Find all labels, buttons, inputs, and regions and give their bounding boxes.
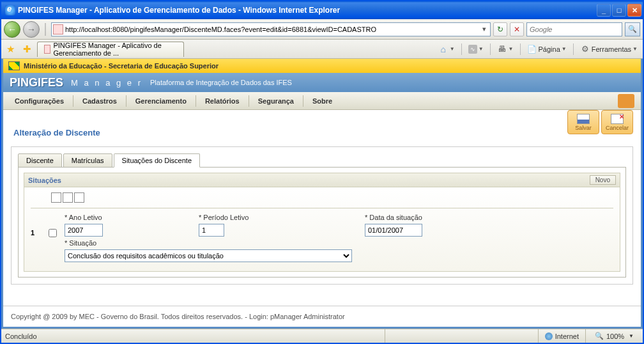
globe-icon bbox=[545, 332, 553, 340]
favorites-icon[interactable]: ★ bbox=[4, 43, 17, 56]
salvar-button[interactable]: Salvar bbox=[567, 110, 599, 134]
tab-favicon bbox=[44, 45, 50, 54]
zoom-control[interactable]: 100% ▼ bbox=[585, 329, 643, 343]
status-text: Concluído bbox=[1, 332, 385, 340]
panel-body: 1 * Ano Letivo * Período Letivo * Data d… bbox=[24, 187, 620, 272]
ano-letivo-label: * Ano Letivo bbox=[65, 214, 192, 221]
titlebar: PINGIFES Manager - Aplicativo de Gerenci… bbox=[1, 1, 643, 19]
data-situacao-label: * Data da situação bbox=[365, 214, 613, 221]
menu-gerenciamento[interactable]: Gerenciamento bbox=[126, 92, 195, 109]
footer: Copyright @ 2009 by MEC - Governo do Bra… bbox=[3, 306, 641, 327]
window-title: PINGIFES Manager - Aplicativo de Gerenci… bbox=[18, 6, 597, 15]
page-menu[interactable]: Página▼ bbox=[525, 43, 569, 56]
search-box[interactable] bbox=[526, 22, 622, 36]
ie-icon bbox=[5, 5, 15, 15]
app-viewport: Ministério da Educação - Secretaria de E… bbox=[1, 59, 643, 329]
home-menu[interactable]: ⌂▼ bbox=[436, 43, 457, 56]
tab-discente[interactable]: Discente bbox=[18, 153, 62, 168]
ie-tabs-bar: ★ ✚ PINGIFES Manager - Aplicativo de Ger… bbox=[1, 40, 643, 59]
periodo-letivo-label: * Período Letivo bbox=[199, 214, 358, 221]
menu-seguranca[interactable]: Segurança bbox=[249, 92, 303, 109]
ie-nav-toolbar: ← → ▾ ↻ ✕ 🔍 bbox=[1, 19, 643, 40]
panel-header: Situações Novo bbox=[24, 173, 620, 187]
paste-icon[interactable] bbox=[74, 192, 84, 203]
search-button[interactable]: 🔍 bbox=[625, 22, 640, 36]
tools-menu[interactable]: Ferramentas▼ bbox=[578, 43, 640, 56]
page-icon bbox=[53, 24, 63, 35]
forward-button[interactable]: → bbox=[23, 21, 40, 38]
feeds-menu[interactable]: ∿▼ bbox=[466, 43, 486, 55]
minimize-button[interactable]: _ bbox=[597, 4, 611, 17]
cancel-icon bbox=[611, 114, 624, 124]
tab-situacoes[interactable]: Situações do Discente bbox=[114, 153, 200, 168]
url-dropdown[interactable]: ▾ bbox=[480, 25, 489, 33]
page-title: Alteração de Discente bbox=[13, 128, 633, 137]
brand-tagline: Plataforma de Integração de Dados das IF… bbox=[150, 79, 292, 86]
close-button[interactable]: ✕ bbox=[627, 4, 641, 17]
exit-icon[interactable] bbox=[618, 94, 634, 108]
panel-title: Situações bbox=[28, 176, 61, 184]
data-row: 1 * Ano Letivo * Período Letivo * Data d… bbox=[31, 214, 613, 262]
cancelar-button[interactable]: Cancelar bbox=[601, 110, 633, 134]
zoom-icon bbox=[595, 332, 604, 340]
tab-content: Situações Novo 1 bbox=[18, 167, 626, 278]
back-button[interactable]: ← bbox=[4, 21, 20, 38]
save-icon bbox=[577, 114, 590, 124]
brazil-flag-icon bbox=[8, 61, 20, 70]
app-menu-bar: Configurações Cadastros Gerenciamento Re… bbox=[3, 92, 641, 110]
menu-cadastros[interactable]: Cadastros bbox=[73, 92, 126, 109]
browser-tab[interactable]: PINGIFES Manager - Aplicativo de Gerenci… bbox=[37, 42, 184, 57]
form-tabs: Discente Matrículas Situações do Discent… bbox=[18, 153, 626, 168]
row-actions bbox=[51, 192, 613, 203]
add-favorites-icon[interactable]: ✚ bbox=[20, 43, 33, 56]
situacao-select[interactable]: Conclusão dos requisitos acadêmicos ou t… bbox=[65, 249, 352, 262]
row-number: 1 bbox=[31, 214, 41, 237]
gov-header-text: Ministério da Educação - Secretaria de E… bbox=[24, 62, 218, 70]
menu-sobre[interactable]: Sobre bbox=[303, 92, 341, 109]
brand-name: PINGIFES bbox=[10, 76, 63, 90]
row-checkbox[interactable] bbox=[49, 229, 57, 237]
gov-header: Ministério da Educação - Secretaria de E… bbox=[3, 59, 641, 73]
data-situacao-input[interactable] bbox=[365, 224, 422, 237]
brand-bar: PINGIFES M a n a g e r Plataforma de Int… bbox=[3, 73, 641, 92]
maximize-button[interactable]: □ bbox=[612, 4, 626, 17]
window: PINGIFES Manager - Aplicativo de Gerenci… bbox=[0, 0, 644, 344]
periodo-letivo-input[interactable] bbox=[199, 224, 224, 237]
menu-configuracoes[interactable]: Configurações bbox=[6, 92, 73, 109]
delete-icon[interactable] bbox=[51, 192, 61, 203]
url-input[interactable] bbox=[65, 24, 480, 35]
brand-sub: M a n a g e r bbox=[71, 78, 142, 88]
menu-relatorios[interactable]: Relatórios bbox=[196, 92, 249, 109]
refresh-button[interactable]: ↻ bbox=[493, 22, 507, 36]
copy-icon[interactable] bbox=[63, 192, 73, 203]
action-buttons: Salvar Cancelar bbox=[567, 110, 633, 134]
form-area: Discente Matrículas Situações do Discent… bbox=[11, 146, 633, 285]
ie-command-bar: ⌂▼ ∿▼ ▼ Página▼ Ferramentas▼ bbox=[436, 43, 640, 56]
security-zone[interactable]: Internet bbox=[538, 329, 585, 343]
tab-title: PINGIFES Manager - Aplicativo de Gerenci… bbox=[53, 42, 177, 57]
stop-button[interactable]: ✕ bbox=[510, 22, 524, 36]
novo-button[interactable]: Novo bbox=[590, 175, 616, 185]
separator bbox=[42, 23, 49, 36]
status-spacer bbox=[385, 329, 538, 343]
ano-letivo-input[interactable] bbox=[65, 224, 103, 237]
situacao-label: * Situação bbox=[65, 239, 613, 247]
status-bar: Concluído Internet 100% ▼ bbox=[1, 329, 643, 343]
tab-matriculas[interactable]: Matrículas bbox=[63, 153, 112, 168]
address-bar[interactable]: ▾ bbox=[51, 22, 491, 36]
search-input[interactable] bbox=[527, 26, 622, 33]
content-area: Salvar Cancelar Alteração de Discente Di… bbox=[3, 110, 641, 306]
print-menu[interactable]: ▼ bbox=[494, 43, 516, 56]
